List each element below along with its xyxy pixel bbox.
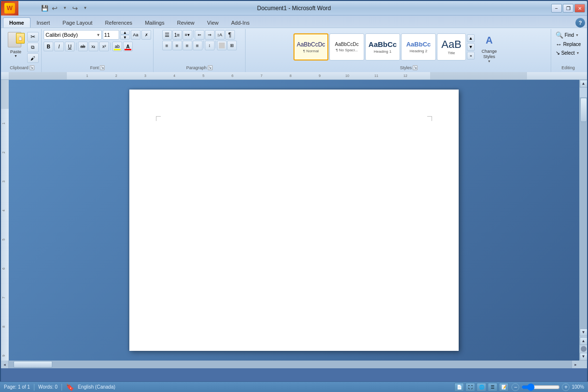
save-button[interactable]: 💾: [40, 4, 49, 13]
clear-format-button[interactable]: ✗: [141, 30, 151, 40]
language[interactable]: English (Canada): [78, 384, 115, 390]
scroll-down-button[interactable]: ▼: [580, 329, 588, 336]
v-ruler-svg: 1 2 3 4 5 6 7 8 9: [1, 80, 9, 361]
scroll-prev-page[interactable]: ▲: [580, 337, 588, 345]
shading-button[interactable]: [217, 41, 227, 50]
styles-expand[interactable]: ↘: [413, 65, 418, 70]
clipboard-expand[interactable]: ↘: [30, 65, 34, 70]
increase-indent-button[interactable]: ⇒: [205, 30, 215, 40]
style-normal-label: ¶ Normal: [303, 49, 319, 53]
office-button[interactable]: W: [1, 1, 18, 15]
multilevel-list-button[interactable]: ≡▾: [183, 30, 192, 40]
font-color-button[interactable]: A: [123, 42, 133, 51]
page-container[interactable]: [9, 80, 579, 361]
clipboard-side-buttons: ✂ ⧉ 🖌: [27, 30, 39, 63]
align-center-button[interactable]: ≡: [172, 41, 182, 50]
document-page[interactable]: [129, 90, 459, 351]
superscript-button[interactable]: x²: [99, 42, 109, 51]
qa-dropdown[interactable]: ▼: [81, 4, 90, 13]
font-size-input[interactable]: [103, 30, 119, 40]
select-button[interactable]: ↘ Select ▼: [554, 49, 581, 57]
outline-view[interactable]: ☰: [488, 383, 497, 392]
text-highlight-button[interactable]: ab: [112, 42, 122, 51]
cut-button[interactable]: ✂: [27, 32, 39, 42]
undo-dropdown[interactable]: ▼: [61, 4, 69, 13]
borders-button[interactable]: ⊞: [227, 41, 237, 50]
bullets-button[interactable]: ☰: [162, 30, 172, 40]
line-spacing-button[interactable]: ↕: [205, 41, 215, 50]
help-button[interactable]: ?: [575, 18, 585, 28]
font-expand[interactable]: ↘: [100, 65, 105, 70]
tab-mailings[interactable]: Mailings: [139, 17, 170, 28]
subscript-button[interactable]: x₂: [89, 42, 98, 51]
h-scroll-track[interactable]: [9, 361, 572, 368]
tab-references[interactable]: References: [99, 17, 139, 28]
scroll-page-indicator[interactable]: [581, 346, 587, 352]
svg-rect-1: [9, 72, 67, 80]
web-layout-view[interactable]: 🌐: [477, 383, 486, 392]
tab-page-layout[interactable]: Page Layout: [56, 17, 99, 28]
scrollbar-top-area: [580, 88, 588, 97]
style-heading1[interactable]: AaBbCc Heading 1: [365, 33, 400, 60]
svg-text:5: 5: [2, 239, 5, 241]
strikethrough-button[interactable]: ab: [78, 42, 88, 51]
tab-insert[interactable]: Insert: [31, 17, 57, 28]
styles-scroll-up[interactable]: ▲: [467, 34, 475, 42]
minimize-button[interactable]: −: [551, 4, 562, 13]
sort-button[interactable]: ↕A: [215, 30, 225, 40]
style-h1-label: Heading 1: [374, 49, 391, 54]
find-button[interactable]: 🔍 Find ▼: [554, 31, 580, 39]
ribbon-group-clipboard: 📋 Paste ▼ ✂ ⧉ 🖌 Clipboard ↘: [3, 29, 42, 72]
redo-button[interactable]: ↪: [71, 4, 79, 13]
justify-button[interactable]: ≡: [193, 41, 202, 50]
scroll-next-page[interactable]: ▼: [580, 353, 588, 361]
decrease-indent-button[interactable]: ⇐: [195, 30, 204, 40]
style-normal[interactable]: AaBbCcDc ¶ Normal: [294, 33, 328, 60]
restore-button[interactable]: ❐: [563, 4, 573, 13]
font-name-input[interactable]: [44, 30, 102, 40]
format-painter-button[interactable]: 🖌: [27, 53, 39, 63]
undo-button[interactable]: ↩: [50, 4, 59, 13]
svg-text:8: 8: [290, 74, 292, 77]
style-heading2[interactable]: AaBbCc Heading 2: [401, 33, 436, 60]
zoom-slider[interactable]: [521, 385, 560, 390]
scrollbar-thumb[interactable]: [580, 98, 587, 122]
tab-home[interactable]: Home: [3, 17, 31, 28]
tab-view[interactable]: View: [201, 17, 225, 28]
draft-view[interactable]: 📝: [499, 383, 509, 392]
change-case-button[interactable]: Aa: [131, 30, 140, 40]
scrollbar-track[interactable]: [580, 97, 588, 329]
italic-button[interactable]: I: [54, 42, 64, 51]
style-title[interactable]: AaB Title: [437, 33, 466, 60]
style-no-spacing[interactable]: AaBbCcDc ¶ No Spaci...: [329, 33, 364, 60]
h-scroll-left[interactable]: ◄: [1, 361, 9, 368]
copy-button[interactable]: ⧉: [27, 43, 39, 52]
styles-scroll-down[interactable]: ▼: [467, 43, 475, 51]
tab-review[interactable]: Review: [170, 17, 201, 28]
print-layout-view[interactable]: 📄: [454, 383, 464, 392]
full-screen-view[interactable]: ⛶: [465, 383, 475, 392]
zoom-out-button[interactable]: −: [511, 383, 519, 391]
h-scroll-right[interactable]: ►: [572, 361, 579, 368]
show-marks-button[interactable]: ¶: [225, 30, 235, 40]
underline-button[interactable]: U: [65, 42, 75, 51]
replace-button[interactable]: ↔ Replace: [554, 40, 583, 48]
close-button[interactable]: ✕: [574, 4, 585, 13]
numbering-button[interactable]: 1≡: [172, 30, 182, 40]
paragraph-expand[interactable]: ↘: [208, 65, 213, 70]
scroll-up-button[interactable]: ▲: [580, 80, 588, 88]
bold-button[interactable]: B: [44, 42, 53, 51]
align-left-button[interactable]: ≡: [162, 41, 172, 50]
font-size-decrease-button[interactable]: ▼: [120, 35, 130, 40]
zoom-in-button[interactable]: +: [562, 383, 570, 391]
select-icon: ↘: [556, 50, 560, 56]
paste-button[interactable]: 📋 Paste ▼: [6, 30, 26, 59]
track-changes-icon[interactable]: 🔖: [66, 383, 74, 391]
h-scroll-thumb[interactable]: [14, 361, 52, 368]
change-styles-button[interactable]: A Change Styles ▼: [476, 30, 503, 64]
tab-addins[interactable]: Add-Ins: [225, 17, 256, 28]
styles-more[interactable]: ≡: [467, 52, 475, 60]
zoom-percent[interactable]: 100%: [572, 384, 584, 390]
align-right-button[interactable]: ≡: [183, 41, 192, 50]
font-size-increase-button[interactable]: ▲: [120, 30, 130, 35]
